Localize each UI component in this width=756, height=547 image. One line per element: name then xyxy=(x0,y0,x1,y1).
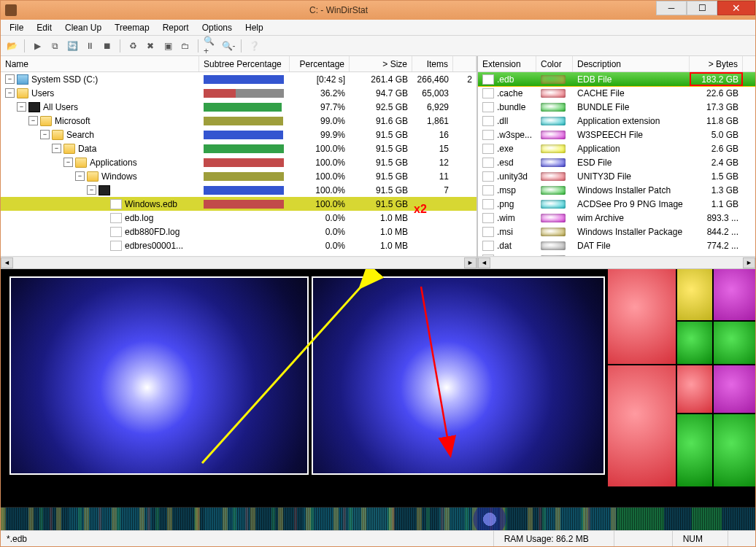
col-items[interactable]: Items xyxy=(412,56,453,71)
tree-row[interactable]: −Users36.2%94.7 GB65,003 xyxy=(1,86,477,100)
col-percentage[interactable]: Percentage xyxy=(290,56,350,71)
tree-row[interactable]: −Search99.9%91.5 GB16 xyxy=(1,128,477,141)
expand-icon[interactable]: − xyxy=(63,158,73,167)
ext-row[interactable]: .exeApplication2.6 GB xyxy=(478,141,755,155)
minimize-button[interactable]: ─ xyxy=(656,1,687,15)
file-icon xyxy=(482,74,494,85)
stop-icon[interactable]: ⏹ xyxy=(99,38,115,54)
ext-rows[interactable]: .edbEDB File183.2 GB.cacheCACHE File22.6… xyxy=(478,72,755,256)
cell-subtree-bar xyxy=(199,155,290,169)
tree-rows[interactable]: −System SSD (C:)[0:42 s]261.4 GB266,4602… xyxy=(1,72,477,256)
refresh-icon[interactable]: 🔄 xyxy=(64,38,80,54)
pause-icon[interactable]: ⏸ xyxy=(82,38,98,54)
ext-row[interactable]: .cacheCACHE File22.6 GB xyxy=(478,86,755,100)
expand-icon[interactable]: − xyxy=(5,88,15,98)
ext-row[interactable]: .mspWindows Installer Patch1.3 GB xyxy=(478,183,755,197)
tree-row[interactable]: −Windows100.0%91.5 GB11 xyxy=(1,169,477,183)
ext-row[interactable]: .unity3dUNITY3D File1.5 GB xyxy=(478,169,755,183)
explorer-icon[interactable]: 🗀 xyxy=(177,38,193,54)
col-subtree[interactable]: Subtree Percentage xyxy=(199,56,290,71)
menu-file[interactable]: File xyxy=(4,21,29,34)
copy-icon[interactable]: ⧉ xyxy=(47,38,63,54)
cell-percentage: 100.0% xyxy=(290,141,350,155)
open-icon[interactable]: 📂 xyxy=(4,38,20,54)
zoom-out-icon[interactable]: 🔍- xyxy=(220,38,236,54)
ext-row[interactable]: .dllApplication extension11.8 GB xyxy=(478,114,755,128)
scroll-left-icon[interactable]: ◄ xyxy=(478,257,490,268)
tree-row[interactable]: −All Users97.7%92.5 GB6,929 xyxy=(1,100,477,114)
expand-icon[interactable]: − xyxy=(5,74,15,84)
scroll-right-icon[interactable]: ► xyxy=(464,257,477,268)
tree-row[interactable]: −Microsoft99.0%91.6 GB1,861 xyxy=(1,114,477,128)
cell-description: W3SPEECH File xyxy=(573,128,690,141)
tree-hscroll[interactable]: ◄ ► xyxy=(1,256,477,268)
cell-ext: .msi xyxy=(478,225,536,238)
col-extra[interactable] xyxy=(453,56,477,71)
col-bytes[interactable]: > Bytes xyxy=(690,56,743,71)
treemap-strip[interactable] xyxy=(1,507,755,530)
menu-edit[interactable]: Edit xyxy=(31,21,58,34)
scroll-left-icon[interactable]: ◄ xyxy=(1,257,13,268)
tree-row[interactable]: −System SSD (C:)[0:42 s]261.4 GB266,4602 xyxy=(1,72,477,86)
ext-row[interactable]: .binBIN File609.0 ... xyxy=(478,252,755,256)
cell-name: −Data xyxy=(1,141,199,155)
ext-row[interactable]: .bundleBUNDLE File17.3 GB xyxy=(478,100,755,114)
col-description[interactable]: Description xyxy=(573,56,690,71)
ext-row[interactable]: .datDAT File774.2 ... xyxy=(478,238,755,252)
treemap-block-2[interactable] xyxy=(312,276,605,475)
ext-row[interactable]: .esdESD File2.4 GB xyxy=(478,155,755,169)
cell-size: 1.0 MB xyxy=(350,225,412,238)
close-button[interactable]: ✕ xyxy=(717,1,755,15)
maximize-button[interactable]: ☐ xyxy=(687,1,717,15)
tree-row[interactable]: −Applications100.0%91.5 GB12 xyxy=(1,155,477,169)
menu-options[interactable]: Options xyxy=(196,21,238,34)
expand-icon[interactable]: − xyxy=(17,102,26,112)
cell-description: Application extension xyxy=(573,114,690,128)
cell-description: BUNDLE File xyxy=(573,100,690,114)
black-icon xyxy=(28,102,40,112)
menu-treemap[interactable]: Treemap xyxy=(109,21,155,34)
tree-column-headers: Name Subtree Percentage Percentage > Siz… xyxy=(1,56,477,72)
col-color[interactable]: Color xyxy=(536,56,573,71)
ext-row[interactable]: .pngACDSee Pro 9 PNG Image1.1 GB xyxy=(478,197,755,211)
ext-hscroll[interactable]: ◄ ► xyxy=(478,256,755,268)
cell-bytes: 11.8 GB xyxy=(690,114,743,128)
menu-report[interactable]: Report xyxy=(157,21,195,34)
menu-help[interactable]: Help xyxy=(239,21,269,34)
col-size[interactable]: > Size xyxy=(350,56,412,71)
cell-extra xyxy=(453,225,477,238)
treemap-mosaic[interactable] xyxy=(608,269,755,482)
treemap-pane[interactable] xyxy=(1,269,755,507)
tree-row[interactable]: −Data100.0%91.5 GB15 xyxy=(1,141,477,155)
tree-row[interactable]: edb880FD.log0.0%1.0 MB xyxy=(1,225,477,238)
col-name[interactable]: Name xyxy=(1,56,199,71)
ext-row[interactable]: .edbEDB File183.2 GB xyxy=(478,72,755,86)
menu-cleanup[interactable]: Clean Up xyxy=(59,21,107,34)
play-icon[interactable]: ▶ xyxy=(29,38,45,54)
expand-icon[interactable]: − xyxy=(52,144,61,153)
recycle-icon[interactable]: ♻ xyxy=(125,38,141,54)
expand-icon[interactable]: − xyxy=(87,185,96,195)
cmd-icon[interactable]: ▣ xyxy=(160,38,176,54)
ext-row[interactable]: .w3spe...W3SPEECH File5.0 GB xyxy=(478,128,755,141)
expand-icon[interactable]: − xyxy=(75,171,85,181)
help-icon[interactable]: ❔ xyxy=(246,38,262,54)
expand-icon[interactable]: − xyxy=(40,130,50,139)
delete-icon[interactable]: ✖ xyxy=(142,38,158,54)
ext-row[interactable]: .wimwim Archive893.3 ... xyxy=(478,211,755,225)
cell-subtree-bar xyxy=(199,225,290,238)
file-icon xyxy=(110,199,122,209)
scroll-right-icon[interactable]: ► xyxy=(743,257,755,268)
expand-icon[interactable]: − xyxy=(28,116,38,125)
zoom-in-icon[interactable]: 🔍+ xyxy=(203,38,219,54)
tree-row[interactable]: −100.0%91.5 GB7 xyxy=(1,183,477,197)
tree-row[interactable]: edbres00001...0.0%1.0 MB xyxy=(1,238,477,252)
ext-row[interactable]: .msiWindows Installer Package844.2 ... xyxy=(478,225,755,238)
cell-description: ACDSee Pro 9 PNG Image xyxy=(573,197,690,211)
cell-ext: .unity3d xyxy=(478,169,536,183)
title-bar[interactable]: C: - WinDirStat ─ ☐ ✕ xyxy=(1,1,755,20)
treemap-block-1[interactable] xyxy=(9,276,309,475)
tree-row[interactable]: edb.log0.0%1.0 MB xyxy=(1,211,477,225)
tree-row[interactable]: Windows.edb100.0%91.5 GB xyxy=(1,197,477,211)
col-extension[interactable]: Extension xyxy=(478,56,536,71)
